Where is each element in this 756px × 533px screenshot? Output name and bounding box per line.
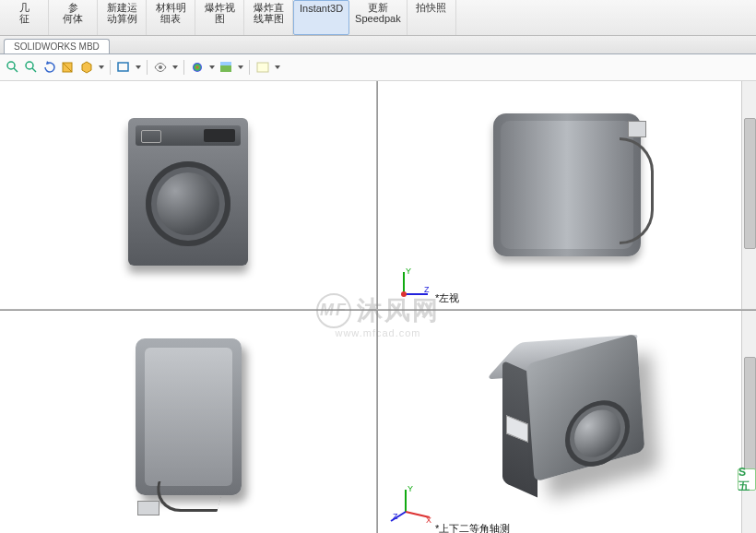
scrollbar-vertical[interactable] bbox=[741, 311, 756, 533]
dropdown-caret-icon[interactable] bbox=[99, 65, 104, 69]
dropdown-caret-icon[interactable] bbox=[275, 65, 280, 69]
box-icon[interactable] bbox=[79, 60, 94, 75]
viewport-splitter-horizontal[interactable] bbox=[0, 309, 756, 311]
svg-text:Z: Z bbox=[393, 512, 398, 521]
svg-text:Y: Y bbox=[408, 484, 413, 493]
rotate-icon[interactable] bbox=[42, 60, 57, 75]
tab-mbd[interactable]: SOLIDWORKS MBD bbox=[4, 39, 110, 53]
viewport-pane-left[interactable]: YZ *左视 bbox=[378, 81, 756, 309]
svg-point-0 bbox=[7, 62, 15, 69]
view-toolbar bbox=[0, 54, 756, 81]
zoom-area-icon[interactable] bbox=[24, 60, 39, 75]
svg-point-8 bbox=[193, 63, 202, 72]
viewport-splitter-vertical[interactable] bbox=[376, 81, 378, 533]
svg-rect-6 bbox=[118, 63, 128, 71]
watermark-url: www.mfcad.com bbox=[335, 327, 420, 338]
ribbon: 几征 参何体 新建运动算例 材料明细表 爆炸视图 爆炸直线草图 Instant3… bbox=[0, 0, 756, 36]
command-tab-strip: SOLIDWORKS MBD bbox=[0, 36, 756, 54]
section-view-icon[interactable] bbox=[61, 60, 76, 75]
svg-line-3 bbox=[32, 68, 36, 72]
view-triad-icon: YZ bbox=[396, 265, 433, 302]
svg-text:Y: Y bbox=[406, 266, 411, 276]
svg-point-16 bbox=[401, 291, 407, 297]
dropdown-caret-icon[interactable] bbox=[238, 65, 243, 69]
model-washer-top bbox=[136, 338, 242, 495]
model-washer-iso bbox=[466, 320, 668, 523]
ime-indicator[interactable]: S 五 bbox=[738, 468, 756, 491]
dropdown-caret-icon[interactable] bbox=[209, 65, 215, 69]
model-washer-side bbox=[493, 113, 641, 256]
model-washer-front bbox=[128, 118, 248, 266]
ribbon-motion-study[interactable]: 新建运动算例 bbox=[98, 0, 147, 35]
render-icon[interactable] bbox=[255, 60, 270, 75]
view-label: *上下二等角轴测 bbox=[435, 522, 510, 533]
ribbon-feature[interactable]: 几征 bbox=[0, 0, 49, 35]
svg-line-1 bbox=[14, 68, 18, 72]
hide-show-icon[interactable] bbox=[153, 60, 168, 75]
dropdown-caret-icon[interactable] bbox=[136, 65, 141, 69]
view-label: *左视 bbox=[435, 291, 459, 305]
scrollbar-vertical[interactable] bbox=[741, 81, 756, 309]
svg-point-2 bbox=[26, 62, 33, 69]
svg-rect-11 bbox=[257, 63, 268, 72]
ribbon-bom[interactable]: 材料明细表 bbox=[147, 0, 195, 35]
viewport-pane-top[interactable] bbox=[0, 311, 376, 533]
view-triad-icon: YXZ bbox=[396, 482, 433, 519]
ribbon-instant3d[interactable]: Instant3D bbox=[293, 0, 349, 35]
dropdown-caret-icon[interactable] bbox=[172, 65, 178, 69]
ribbon-snapshot[interactable]: 拍快照 bbox=[408, 0, 456, 35]
display-style-icon[interactable] bbox=[116, 60, 131, 75]
ribbon-reference-geometry[interactable]: 参何体 bbox=[49, 0, 98, 35]
appearance-icon[interactable] bbox=[190, 60, 205, 75]
scene-icon[interactable] bbox=[219, 60, 233, 75]
zoom-fit-icon[interactable] bbox=[6, 60, 20, 75]
svg-rect-9 bbox=[220, 65, 231, 72]
svg-text:X: X bbox=[426, 515, 431, 525]
viewport-pane-isometric[interactable]: YXZ *上下二等角轴测 bbox=[378, 311, 756, 533]
svg-text:Z: Z bbox=[424, 285, 430, 294]
viewport-pane-front[interactable] bbox=[0, 81, 376, 309]
ribbon-exploded-view[interactable]: 爆炸视图 bbox=[195, 0, 244, 35]
svg-rect-10 bbox=[220, 62, 231, 65]
ribbon-explode-sketch[interactable]: 爆炸直线草图 bbox=[244, 0, 293, 35]
svg-point-7 bbox=[159, 65, 162, 69]
graphics-viewport: YZ *左视 YXZ *上下二等角轴测 MF 沐风网 www.mfcad.com… bbox=[0, 81, 756, 533]
ribbon-speedpak[interactable]: 更新Speedpak bbox=[349, 0, 408, 35]
